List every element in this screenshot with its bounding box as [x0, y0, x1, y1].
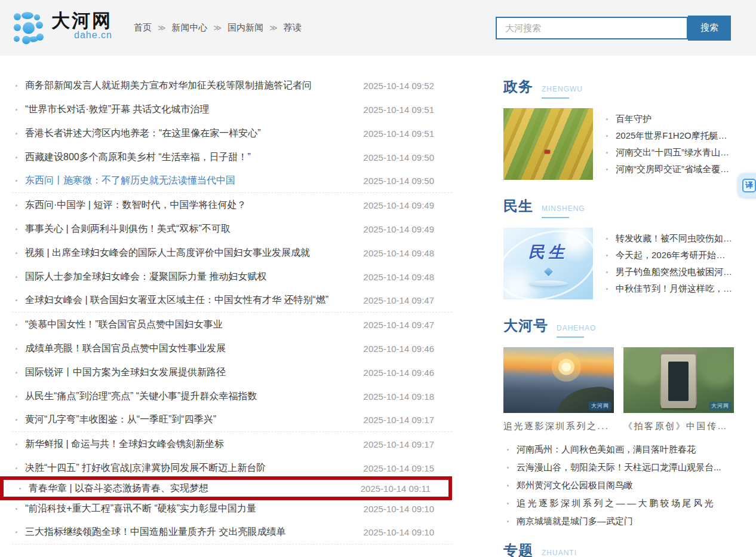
news-item-title[interactable]: 东西问·中国学 | 短评：数智时代，中国学将往何处？ — [25, 199, 357, 212]
news-item-title[interactable]: “世界市长对话·敦煌”开幕 共话文化城市治理 — [25, 103, 357, 116]
section-title-dahehao[interactable]: 大河号 — [503, 316, 548, 335]
sidebar-link: 中秋佳节到！月饼这样吃，解... — [603, 283, 734, 295]
news-item-title[interactable]: 商务部新闻发言人就近期美方宣布对华加征关税等限制措施答记者问 — [25, 79, 357, 92]
news-item: 事事关心 | 合则两利斗则俱伤！美式“双标”不可取 2025-10-14 09:… — [12, 217, 452, 241]
dahe-bubbles-icon — [13, 11, 47, 45]
sidebar-link-text[interactable]: 云海漫山谷，朝阳染天际！天柱远口龙潭山观景台... — [517, 462, 721, 473]
site-header: 大河网 dahe.cn ≫ 首页 ≫ 新闻中心 ≫ 国内新闻 ≫ 荐读 搜索 — [0, 0, 756, 56]
sidebar-link-text[interactable]: 南京城墙就是城门多—武定门 — [517, 516, 633, 527]
news-item: 成绩单亮眼！联合国官员点赞中国女性事业发展 2025-10-14 09:46 — [12, 336, 452, 360]
breadcrumb-separator: ≫ — [269, 23, 278, 32]
news-item: 西藏建设800多个高原和美乡村 “生活幸福，日子甜！” 2025-10-14 0… — [12, 145, 452, 169]
sidebar-link: 云海漫山谷，朝阳染天际！天柱远口龙潭山观景台... — [503, 458, 734, 476]
news-item: “世界市长对话·敦煌”开幕 共话文化城市治理 2025-10-14 09:51 — [12, 97, 452, 121]
news-item-title[interactable]: 黄河“几字弯”丰收图鉴：从“一季旺”到“四季兴” — [25, 414, 357, 426]
bullet-icon — [507, 503, 509, 504]
news-item-title[interactable]: 香港长者讲述大湾区内地养老：“在这里像在家一样安心” — [25, 127, 357, 140]
sidebar-link-text[interactable]: 2025年世界F1H2O摩托艇锦标... — [616, 130, 734, 142]
bullet-icon — [606, 255, 608, 256]
bullet-icon — [16, 299, 17, 301]
bullet-icon — [606, 271, 608, 273]
stone-stele-thumbnail[interactable]: 大河网 — [623, 347, 734, 413]
news-item-title[interactable]: “羡慕中国女性！”联合国官员点赞中国妇女事业 — [25, 319, 357, 331]
sidebar-link-text[interactable]: 追光逐影深圳系列之——大鹏较场尾风光 — [517, 498, 715, 509]
news-item: 三大指标继续领跑全球！中国造船业量质齐升 交出亮眼成绩单 2025-10-14 … — [12, 521, 452, 544]
news-item-title[interactable]: 西藏建设800多个高原和美乡村 “生活幸福，日子甜！” — [25, 151, 357, 164]
news-item-date: 2025-10-14 09:49 — [364, 224, 434, 234]
sidebar-link-text[interactable]: 河南“交房即交证”省域全覆盖 ... — [616, 164, 734, 175]
minsheng-graphic-thumbnail[interactable]: 民生 — [503, 228, 593, 299]
news-item: 青春华章 | 以奋斗姿态激扬青春、实现梦想 2025-10-14 09:11 — [0, 476, 452, 500]
news-item-title[interactable]: 从民生“痛点”到治理“亮点” “关键小事”提升群众幸福指数 — [25, 390, 357, 403]
news-item-title[interactable]: 国际锐评丨中国方案为全球妇女发展提供新路径 — [25, 366, 357, 379]
bullet-icon — [16, 180, 17, 182]
breadcrumb: ≫ 首页 ≫ 新闻中心 ≫ 国内新闻 ≫ 荐读 — [130, 22, 305, 33]
news-item-title[interactable]: 成绩单亮眼！联合国官员点赞中国女性事业发展 — [25, 342, 357, 355]
bullet-icon — [507, 485, 509, 486]
news-item-title[interactable]: 事事关心 | 合则两利斗则俱伤！美式“双标”不可取 — [25, 223, 357, 235]
zhengwu-links: 百年守护 2025年世界F1H2O摩托艇锦标... 河南交出“十四五”绿水青山答… — [603, 108, 734, 180]
sidebar-link: 河南禹州：人间秋色美如画，满目落叶胜春花 — [503, 440, 734, 458]
news-item: “前沿科技+重大工程”喜讯不断 “硬核”实力彰显中国力量 2025-10-14 … — [12, 497, 452, 521]
sidebar-link-text[interactable]: 转发收藏！被不同虫咬伤如何... — [616, 233, 734, 244]
news-item-date: 2025-10-14 09:47 — [364, 295, 434, 305]
translate-widget[interactable]: 译 — [738, 173, 756, 197]
bullet-icon — [16, 324, 17, 326]
sidebar-link-text[interactable]: 今天起，2026年考研开始预报名 — [616, 250, 734, 261]
bullet-icon — [16, 133, 17, 134]
sidebar-link-text[interactable]: 河南交出“十四五”绿水青山答卷 — [616, 147, 734, 158]
sidebar-link-text[interactable]: 中秋佳节到！月饼这样吃，解... — [616, 283, 734, 295]
section-title-minsheng[interactable]: 民生 — [503, 197, 533, 216]
news-item-date: 2025-10-14 09:48 — [364, 272, 434, 282]
news-item-title[interactable]: “前沿科技+重大工程”喜讯不断 “硬核”实力彰显中国力量 — [25, 503, 357, 515]
news-item-date: 2025-10-14 09:17 — [364, 415, 434, 425]
news-item-title[interactable]: 国际人士参加全球妇女峰会：凝聚国际力量 推动妇女赋权 — [25, 271, 357, 283]
search-input[interactable] — [496, 17, 688, 39]
news-item: 东西问丨施寒微：不了解历史就无法读懂当代中国 2025-10-14 09:50 — [12, 169, 452, 193]
breadcrumb-item[interactable]: 国内新闻 — [228, 22, 263, 33]
sidebar-link-text[interactable]: 男子钓鱼船突然没电被困河中... — [616, 267, 734, 278]
news-item-title[interactable]: 东西问丨施寒微：不了解历史就无法读懂当代中国 — [25, 175, 357, 187]
news-item-date: 2025-10-14 09:48 — [364, 248, 434, 258]
minsheng-section: 民生 转发收藏！被不同虫咬伤如何... 今天起，2026年考研开始预报名 — [503, 228, 734, 299]
card-caption[interactable]: 《拍客原创》中国传统村... — [623, 421, 734, 432]
bullet-icon — [16, 348, 17, 350]
card-caption[interactable]: 追光逐影深圳系列之... — [503, 421, 614, 432]
sidebar-link-text[interactable]: 河南禹州：人间秋色美如画，满目落叶胜春花 — [517, 444, 696, 455]
breadcrumb-item[interactable]: 首页 — [134, 22, 152, 33]
bullet-icon — [16, 467, 17, 469]
bullet-icon — [606, 238, 608, 240]
sidebar: 政务 ZHENGWU 百年守护 2025年世界F1H2O摩托艇锦标... — [503, 56, 734, 557]
news-item-date: 2025-10-14 09:18 — [364, 391, 434, 402]
search-button[interactable]: 搜索 — [688, 16, 731, 41]
sidebar-link: 今天起，2026年考研开始预报名 — [603, 250, 734, 261]
news-item-title[interactable]: 决胜“十四五” 打好收官战|京津冀协同发展不断迈上新台阶 — [25, 462, 357, 475]
news-item-title[interactable]: 新华鲜报 | 命运与共！全球妇女峰会镌刻新坐标 — [25, 438, 357, 451]
section-title-zhengwu[interactable]: 政务 — [503, 77, 533, 96]
news-item-title[interactable]: 青春华章 | 以奋斗姿态激扬青春、实现梦想 — [29, 482, 354, 495]
bullet-icon — [16, 508, 17, 510]
news-item: 商务部新闻发言人就近期美方宣布对华加征关税等限制措施答记者问 2025-10-1… — [12, 74, 452, 97]
bullet-icon — [606, 135, 608, 137]
dahe-watermark: 大河网 — [709, 402, 732, 411]
bullet-icon — [507, 449, 509, 451]
news-item-title[interactable]: 全球妇女峰会 | 联合国妇女署亚太区域主任：中国女性有才华 还特别“燃” — [25, 294, 357, 307]
search-bar: 搜索 — [496, 16, 731, 41]
sunset-coast-thumbnail[interactable]: 大河网 — [503, 347, 614, 413]
sidebar-link: 郑州黄河文化公园极目阁鸟瞰 — [503, 476, 734, 494]
farm-field-thumbnail[interactable] — [503, 108, 593, 180]
news-item-title[interactable]: 视频 | 出席全球妇女峰会的国际人士高度评价中国妇女事业发展成就 — [25, 247, 357, 259]
breadcrumb-item[interactable]: 荐读 — [284, 22, 302, 33]
section-title-zhuanti[interactable]: 专题 — [503, 541, 533, 557]
dahe-logo[interactable]: 大河网 dahe.cn — [13, 11, 112, 45]
sidebar-link-text[interactable]: 百年守护 — [616, 114, 651, 125]
news-item-date: 2025-10-14 09:46 — [364, 344, 434, 354]
breadcrumb-item[interactable]: 新闻中心 — [172, 22, 208, 33]
breadcrumb-separator: ≫ — [158, 23, 166, 32]
news-item-date: 2025-10-14 09:10 — [364, 504, 434, 514]
news-item-title[interactable]: 三大指标继续领跑全球！中国造船业量质齐升 交出亮眼成绩单 — [25, 526, 357, 538]
news-item: “羡慕中国女性！”联合国官员点赞中国妇女事业 2025-10-14 09:47 — [12, 313, 452, 336]
pedestal-decoration — [529, 280, 567, 286]
bullet-icon — [16, 531, 17, 533]
sidebar-link-text[interactable]: 郑州黄河文化公园极目阁鸟瞰 — [517, 480, 633, 491]
